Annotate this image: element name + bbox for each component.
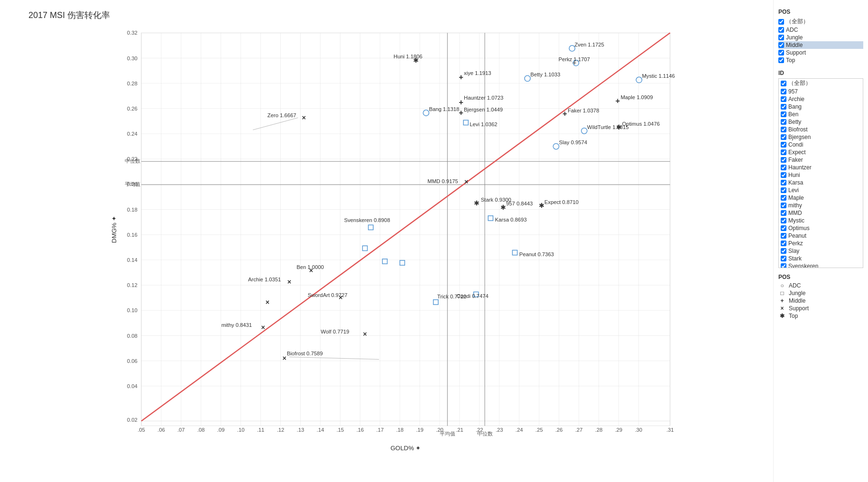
id-checkbox-13[interactable] (781, 180, 786, 185)
id-filter-item-24[interactable]: Svenskeren (779, 262, 863, 268)
id-checkbox-20[interactable] (781, 233, 786, 239)
svg-text:Faker 1.0378: Faker 1.0378 (568, 108, 599, 113)
id-checkbox-10[interactable] (781, 157, 786, 163)
svg-text:Wolf 0.7719: Wolf 0.7719 (321, 329, 349, 334)
id-checkbox-9[interactable] (781, 149, 786, 155)
id-checkbox-4[interactable] (781, 111, 786, 117)
id-checkbox-5[interactable] (781, 119, 786, 125)
id-checkbox-15[interactable] (781, 195, 786, 201)
id-checkbox-6[interactable] (781, 127, 786, 132)
scatter-chart: 0.32 0.30 0.28 0.26 0.24 0.22 0.20 0.18 … (28, 28, 768, 455)
id-checkbox-12[interactable] (781, 172, 786, 178)
svg-text:.05: .05 (138, 427, 145, 433)
id-checkbox-24[interactable] (781, 263, 786, 268)
pos-filter-item-3[interactable]: Middle (778, 41, 863, 49)
id-checkbox-18[interactable] (781, 218, 786, 223)
id-label-6: Biofrost (788, 126, 808, 133)
svg-text:+: + (459, 73, 463, 81)
svg-text:+: + (459, 108, 463, 117)
pos-checkbox-4[interactable] (778, 50, 784, 56)
id-filter-item-10[interactable]: Faker (779, 156, 863, 164)
id-filter-item-20[interactable]: Peanut (779, 232, 863, 240)
svg-text:.25: .25 (536, 427, 543, 433)
svg-text:0.12: 0.12 (127, 282, 138, 288)
id-checkbox-14[interactable] (781, 187, 786, 193)
pos-label-1: ADC (786, 27, 798, 33)
svg-text:×: × (302, 114, 305, 121)
id-filter-item-12[interactable]: Huni (779, 171, 863, 179)
svg-text:✱: ✱ (539, 202, 545, 209)
svg-text:Trick 0.7722: Trick 0.7722 (437, 294, 467, 299)
id-filter-item-9[interactable]: Expect (779, 148, 863, 156)
id-checkbox-19[interactable] (781, 225, 786, 231)
pos-filter-item-0[interactable]: （全部） (778, 17, 863, 26)
svg-text:Optimus 1.0476: Optimus 1.0476 (622, 121, 659, 127)
id-label-18: Mystic (788, 217, 804, 224)
id-filter-item-6[interactable]: Biofrost (779, 126, 863, 133)
id-filter-item-23[interactable]: Stark (779, 255, 863, 262)
svg-text:MMD 0.9175: MMD 0.9175 (427, 178, 458, 184)
id-checkbox-11[interactable] (781, 165, 786, 170)
svg-text:.07: .07 (177, 427, 185, 433)
id-checkbox-8[interactable] (781, 142, 786, 148)
pos-checkbox-0[interactable] (778, 19, 784, 25)
id-checkbox-0[interactable] (781, 81, 786, 86)
pos-filter-item-2[interactable]: Jungle (778, 34, 863, 41)
id-checkbox-2[interactable] (781, 96, 786, 102)
id-checkbox-17[interactable] (781, 210, 786, 216)
svg-text:✱: ✱ (616, 123, 622, 131)
svg-text:0.08: 0.08 (127, 333, 138, 339)
id-filter-item-21[interactable]: Perkz (779, 240, 863, 247)
svg-text:0.06: 0.06 (127, 358, 138, 364)
id-label-13: Karsa (788, 179, 803, 186)
svg-text:×: × (464, 178, 468, 185)
pos-filter-item-5[interactable]: Top (778, 56, 863, 64)
id-label-4: Ben (788, 111, 798, 118)
legend-label-middle: Middle (789, 297, 805, 304)
legend-label-top: Top (789, 313, 798, 319)
id-filter-item-8[interactable]: Condi (779, 141, 863, 148)
id-filter-item-18[interactable]: Mystic (779, 217, 863, 224)
id-checkbox-1[interactable] (781, 89, 786, 94)
id-checkbox-7[interactable] (781, 134, 786, 140)
svg-text:Karsa 0.8693: Karsa 0.8693 (495, 217, 527, 222)
svg-text:Huni 1.1806: Huni 1.1806 (394, 54, 423, 59)
id-filter-item-13[interactable]: Karsa (779, 179, 863, 186)
id-filter-item-2[interactable]: Archie (779, 95, 863, 103)
id-label-21: Perkz (788, 240, 803, 247)
pos-checkbox-2[interactable] (778, 35, 784, 40)
id-checkbox-22[interactable] (781, 248, 786, 254)
id-filter-item-11[interactable]: Hauntzer (779, 164, 863, 171)
id-filter-item-17[interactable]: MMD (779, 209, 863, 217)
svg-text:中位数: 中位数 (125, 158, 140, 164)
pos-checkbox-5[interactable] (778, 57, 784, 63)
svg-text:Slay 0.9574: Slay 0.9574 (559, 139, 587, 145)
svg-text:Betty 1.1033: Betty 1.1033 (530, 72, 560, 77)
id-label-5: Betty (788, 119, 801, 125)
id-filter-item-0[interactable]: （全部） (779, 79, 863, 88)
pos-checkbox-3[interactable] (778, 42, 784, 48)
id-label-19: Optimus (788, 225, 810, 232)
id-filter-item-22[interactable]: Slay (779, 247, 863, 255)
id-filter-item-3[interactable]: Bang (779, 103, 863, 111)
id-checkbox-16[interactable] (781, 203, 786, 208)
id-filter-item-1[interactable]: 957 (779, 88, 863, 95)
svg-text:SwordArt 0.9727: SwordArt 0.9727 (308, 292, 348, 298)
svg-text:.15: .15 (336, 427, 344, 433)
id-filter-item-14[interactable]: Levi (779, 186, 863, 194)
id-filter-item-4[interactable]: Ben (779, 111, 863, 118)
svg-text:Levi 1.0362: Levi 1.0362 (470, 121, 497, 127)
pos-checkbox-1[interactable] (778, 27, 784, 33)
id-filter-item-16[interactable]: mithy (779, 202, 863, 209)
id-checkbox-23[interactable] (781, 256, 786, 261)
id-filter-item-15[interactable]: Maple (779, 194, 863, 202)
id-checkbox-3[interactable] (781, 104, 786, 110)
id-filter-item-19[interactable]: Optimus (779, 224, 863, 232)
id-filter-item-7[interactable]: Bjergsen (779, 133, 863, 141)
pos-filter-item-1[interactable]: ADC (778, 26, 863, 34)
svg-text:0.04: 0.04 (127, 383, 138, 389)
id-filter-item-5[interactable]: Betty (779, 118, 863, 126)
pos-filter-item-4[interactable]: Support (778, 49, 863, 56)
svg-text:0.32: 0.32 (127, 30, 138, 36)
id-checkbox-21[interactable] (781, 241, 786, 246)
